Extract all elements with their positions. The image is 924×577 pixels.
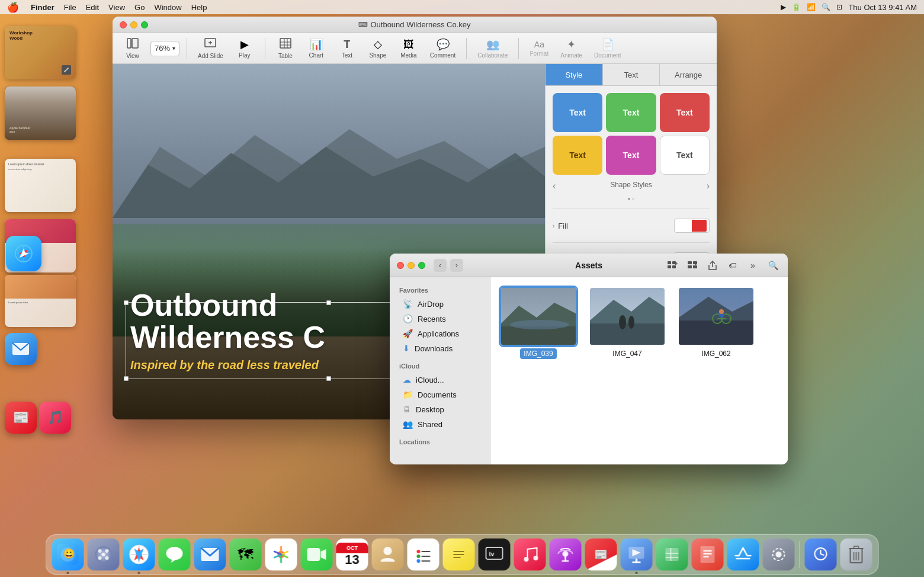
toolbar-shape[interactable]: ◇ Shape [365,36,391,61]
sidebar-recents[interactable]: 🕐 Recents [393,312,486,326]
news-app-icon[interactable]: 📰 [5,402,37,434]
dock-maps[interactable]: 🗺 [230,538,262,570]
dock-contacts[interactable] [372,538,404,570]
dock-photos[interactable] [265,538,297,570]
finder-search-btn[interactable]: 🔍 [765,258,781,273]
sidebar-documents[interactable]: 📁 Documents [393,387,486,402]
dock-notes[interactable] [443,538,475,570]
toolbar-animate[interactable]: ✦ Animate [557,36,586,61]
minimize-button[interactable] [130,21,137,28]
finder-max-button[interactable] [418,262,425,269]
dock-safari[interactable] [123,538,155,570]
finder-thumb-062[interactable]: IMG_062 [678,287,755,359]
finder-thumb-039[interactable]: IMG_039 [500,287,577,359]
swatch-red[interactable]: Text [660,93,710,132]
finder-min-button[interactable] [408,262,415,269]
dock-calendar[interactable]: OCT 13 [336,538,368,570]
finder-close-button[interactable] [397,262,404,269]
thumb-name-047: IMG_047 [609,348,645,359]
finder-share-btn[interactable] [705,258,720,273]
tab-style[interactable]: Style [546,64,603,85]
apple-menu-icon[interactable]: 🍎 [7,2,19,13]
dock-numbers[interactable] [656,538,688,570]
finder-grid-view-btn[interactable] [665,258,680,273]
finder-forward-button[interactable]: › [450,259,463,272]
toolbar-chart[interactable]: 📊 Chart [303,36,329,61]
handle-bl[interactable] [124,376,129,381]
dock-trash[interactable] [840,538,872,570]
menubar-go[interactable]: Go [134,3,145,12]
toolbar-format[interactable]: Aa Format [526,37,552,59]
sidebar-shared[interactable]: 👥 Shared [393,417,486,431]
menubar-file[interactable]: File [64,3,76,12]
dock-podcasts[interactable] [550,538,582,570]
sidebar-desktop[interactable]: 🖥 Desktop [393,402,486,416]
dock-tv[interactable]: tv [479,538,511,570]
swatch-magenta[interactable]: Text [606,136,656,175]
fill-label[interactable]: › Fill [553,222,568,230]
toolbar-comment[interactable]: 💬 Comment [426,36,459,61]
dock-pages[interactable] [692,538,724,570]
thumb-card-1[interactable]: WorkshopWood [5,26,76,79]
toolbar-text[interactable]: T Text [334,36,360,61]
fill-value[interactable] [674,219,710,233]
maximize-button[interactable] [141,21,148,28]
menubar-finder[interactable]: Finder [31,3,54,12]
dock-news[interactable]: 📰 [585,538,617,570]
toolbar-document[interactable]: 📄 Document [591,36,625,61]
dock-music[interactable] [514,538,546,570]
swatch-white[interactable]: Text [660,136,710,175]
toolbar-zoom[interactable]: 76% ▾ [150,41,179,56]
menubar-edit[interactable]: Edit [86,3,99,12]
menubar-help[interactable]: Help [191,3,207,12]
swatch-yellow[interactable]: Text [553,136,602,175]
swatch-next-icon[interactable]: › [707,181,710,191]
dock-mail[interactable] [194,538,226,570]
dock-finder[interactable]: 😀 [52,538,84,570]
toolbar-view[interactable]: View [120,36,146,62]
sidebar-airdrop[interactable]: 📡 AirDrop [393,297,486,311]
menubar-search-icon[interactable]: 🔍 [822,3,830,11]
dock-reminders[interactable] [408,538,439,570]
dock-screentime[interactable] [805,538,837,570]
thumb-card-2[interactable]: Apple Summer2023 [5,86,76,140]
swatch-prev-icon[interactable]: ‹ [553,181,556,191]
menubar-window[interactable]: Window [154,3,181,12]
toolbar-table[interactable]: Table [272,36,299,62]
thumb-card-3[interactable]: Lorem ipsum dolor sit amet consectetur a… [5,159,76,212]
tab-text[interactable]: Text [603,64,660,85]
handle-bm[interactable] [326,376,331,381]
dock-launchpad[interactable] [88,538,120,570]
dock-facetime[interactable] [301,538,333,570]
finder-tag-btn[interactable]: 🏷 [725,258,740,273]
safari-app-icon[interactable] [6,236,41,271]
finder-thumb-047[interactable]: IMG_047 [589,287,666,359]
sidebar-icloud[interactable]: ☁ iCloud... [393,373,486,387]
toolbar-play[interactable]: ▶ Play [232,36,258,61]
close-button[interactable] [120,21,127,28]
dock-messages[interactable] [159,538,191,570]
shared-icon: 👥 [403,419,413,429]
downloads-icon: ⬇ [403,344,410,353]
menubar-play-icon[interactable]: ▶ [781,3,786,11]
sidebar-downloads[interactable]: ⬇ Downloads [393,341,486,355]
tab-arrange[interactable]: Arrange [660,64,717,85]
sidebar-applications[interactable]: 🚀 Applications [393,326,486,341]
finder-back-button[interactable]: ‹ [434,259,447,272]
menubar-control-icon[interactable]: ⊡ [836,3,842,11]
news-thumb[interactable]: Lorem ipsum dolor [5,275,76,327]
menubar-view[interactable]: View [108,3,125,12]
toolbar-addslide[interactable]: Add Slide [194,36,227,62]
music-app-icon[interactable]: 🎵 [39,402,71,434]
swatch-blue[interactable]: Text [553,93,602,132]
mail-app-icon[interactable] [5,333,37,365]
handle-tl[interactable] [124,300,129,305]
dock-appstore[interactable] [727,538,759,570]
dock-systemprefs[interactable] [763,538,795,570]
swatch-green[interactable]: Text [606,93,656,132]
toolbar-collaborate[interactable]: 👥 Collaborate [474,36,511,61]
finder-list-view-btn[interactable] [685,258,700,273]
toolbar-media[interactable]: 🖼 Media [396,36,422,61]
dock-keynote[interactable] [621,538,653,570]
finder-more-btn[interactable]: » [745,258,761,273]
